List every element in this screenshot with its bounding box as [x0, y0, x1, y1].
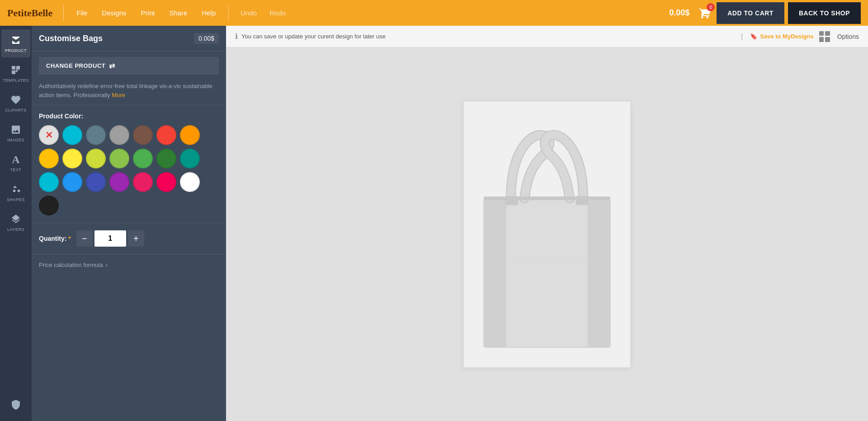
sidebar-item-templates[interactable]: TEMPLATES — [1, 59, 30, 87]
product-panel: Customise Bags 0.00$ CHANGE PRODUCT ⇄ Au… — [32, 26, 226, 421]
settings-button[interactable] — [1, 394, 30, 416]
color-swatch-blue-grey[interactable] — [86, 125, 106, 145]
text-icon: A — [9, 153, 22, 166]
price-display: 0.00$ — [669, 8, 689, 18]
color-swatch-lime[interactable] — [86, 149, 106, 168]
sidebar-item-images[interactable]: IMAGES — [1, 119, 30, 147]
cart-button[interactable]: 0 — [697, 5, 713, 21]
change-product-button[interactable]: CHANGE PRODUCT ⇄ — [39, 57, 219, 75]
back-to-shop-button[interactable]: BACK TO SHOP — [788, 2, 861, 24]
logo: PetiteBelle — [7, 7, 52, 19]
color-swatch-no-color[interactable]: ✕ — [39, 125, 59, 145]
grid-view-toggle[interactable] — [817, 29, 832, 44]
sidebar-item-label-text: TEXT — [10, 168, 21, 172]
nav-share[interactable]: Share — [164, 9, 193, 17]
save-link-label: Save to MyDesigns — [760, 33, 814, 40]
color-swatch-light-green[interactable] — [109, 149, 129, 168]
description-area: Authoritatively redefine error-free tota… — [32, 80, 226, 105]
sidebar-item-layers[interactable]: LAYERS — [1, 208, 30, 236]
color-swatch-amber[interactable] — [39, 149, 59, 168]
nav-help[interactable]: Help — [196, 9, 221, 17]
templates-icon — [9, 64, 22, 76]
info-message: You can save or update your curent desig… — [241, 33, 734, 40]
product-canvas[interactable] — [463, 101, 631, 368]
sidebar-item-product[interactable]: PRODUCT — [1, 29, 30, 57]
info-icon: ℹ — [235, 32, 238, 41]
info-bar: ℹ You can save or update your curent des… — [226, 26, 868, 47]
nav-designs[interactable]: Designs — [96, 9, 132, 17]
color-swatch-red[interactable] — [156, 125, 176, 145]
icon-sidebar: PRODUCT TEMPLATES CLIPARTS IMAGES A TEXT — [0, 26, 32, 421]
sidebar-item-label-cliparts: CLIPARTS — [5, 108, 26, 112]
color-swatch-yellow[interactable] — [62, 149, 82, 168]
top-bar: PetiteBelle File Designs Print Share Hel… — [0, 0, 868, 26]
grid-cell-2 — [825, 31, 830, 36]
info-bar-right: Options — [817, 29, 859, 44]
nav-divider-1 — [63, 5, 64, 21]
sidebar-item-label-layers: LAYERS — [7, 227, 24, 232]
change-product-label: CHANGE PRODUCT — [46, 62, 105, 69]
sidebar-item-shapes[interactable]: SHAPES — [1, 178, 30, 206]
tote-bag-image — [470, 108, 624, 361]
required-star: * — [68, 235, 71, 242]
color-swatch-orange[interactable] — [180, 125, 200, 145]
qty-decrement-button[interactable]: − — [76, 230, 93, 247]
quantity-label: Quantity: * — [39, 235, 71, 242]
right-area: ℹ You can save or update your curent des… — [226, 26, 868, 421]
qty-input[interactable] — [94, 230, 126, 247]
cliparts-icon — [9, 94, 22, 106]
color-swatch-brown[interactable] — [133, 125, 153, 145]
cart-badge: 0 — [707, 3, 715, 11]
grid-cell-3 — [819, 37, 824, 42]
sidebar-item-label-product: PRODUCT — [5, 48, 27, 53]
svg-rect-2 — [588, 198, 610, 347]
color-swatch-teal[interactable] — [180, 149, 200, 168]
nav-print[interactable]: Print — [136, 9, 160, 17]
svg-rect-5 — [484, 196, 610, 200]
logo-area: PetiteBelle — [7, 7, 52, 19]
svg-rect-1 — [484, 198, 506, 347]
price-formula[interactable]: Price calculation formula › — [32, 254, 226, 276]
color-swatch-cyan2[interactable] — [39, 172, 59, 192]
price-formula-label: Price calculation formula — [39, 262, 103, 268]
sidebar-item-label-templates: TEMPLATES — [3, 78, 28, 83]
options-text[interactable]: Options — [837, 33, 859, 40]
save-to-mydesigns-link[interactable]: 🔖 Save to MyDesigns — [750, 33, 814, 40]
settings-icon — [9, 398, 22, 411]
images-icon — [9, 123, 22, 136]
color-swatch-dark-green[interactable] — [156, 149, 176, 168]
qty-controls: − + — [76, 230, 144, 247]
color-swatch-purple[interactable] — [109, 172, 129, 192]
sidebar-item-text[interactable]: A TEXT — [1, 149, 30, 177]
redo-button[interactable]: Redo — [265, 9, 290, 17]
color-swatch-hot-pink[interactable] — [156, 172, 176, 192]
color-swatch-indigo[interactable] — [86, 172, 106, 192]
sidebar-item-label-images: IMAGES — [7, 138, 24, 142]
color-swatch-pink[interactable] — [133, 172, 153, 192]
nav-divider-2 — [228, 5, 229, 21]
color-section: Product Color: ✕ — [32, 105, 226, 223]
add-to-cart-button[interactable]: ADD TO CART — [717, 2, 784, 24]
color-swatch-cyan[interactable] — [62, 125, 82, 145]
canvas-area — [226, 47, 868, 421]
shuffle-icon: ⇄ — [109, 61, 115, 70]
color-swatch-white[interactable] — [180, 172, 200, 192]
main-layout: PRODUCT TEMPLATES CLIPARTS IMAGES A TEXT — [0, 26, 868, 421]
more-link[interactable]: More — [112, 92, 125, 98]
color-swatch-grey[interactable] — [109, 125, 129, 145]
color-swatch-green[interactable] — [133, 149, 153, 168]
undo-button[interactable]: Undo — [236, 9, 261, 17]
sidebar-item-label-shapes: SHAPES — [7, 197, 25, 202]
shapes-icon — [9, 183, 22, 196]
qty-increment-button[interactable]: + — [128, 230, 144, 247]
quantity-section: Quantity: * − + — [32, 223, 226, 254]
color-swatch-blue[interactable] — [62, 172, 82, 192]
color-swatch-dark-grey[interactable] — [39, 196, 59, 215]
nav-file[interactable]: File — [71, 9, 93, 17]
canvas-workspace[interactable] — [226, 47, 868, 421]
product-icon — [9, 34, 22, 47]
bookmark-icon: 🔖 — [750, 33, 757, 40]
panel-header: Customise Bags 0.00$ — [32, 26, 226, 51]
sidebar-item-cliparts[interactable]: CLIPARTS — [1, 89, 30, 117]
grid-cell-4 — [825, 37, 830, 42]
